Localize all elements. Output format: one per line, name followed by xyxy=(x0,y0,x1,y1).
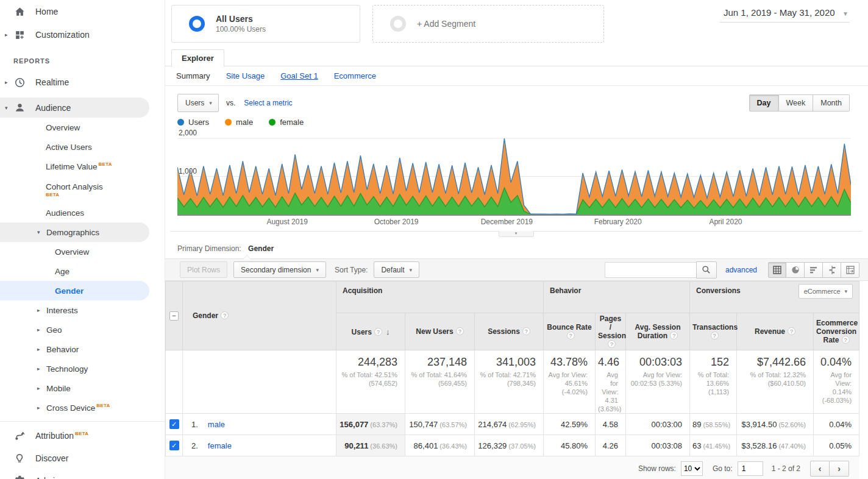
sidebar-item-active-users[interactable]: Active Users xyxy=(0,137,165,157)
secondary-dimension-dropdown[interactable]: Secondary dimension ▾ xyxy=(233,261,326,278)
expand-caret-icon[interactable]: ▸ xyxy=(5,79,12,85)
help-icon[interactable]: ? xyxy=(711,332,719,339)
search-icon xyxy=(702,265,711,274)
expand-caret-icon[interactable]: ▸ xyxy=(5,32,12,38)
subtab-ecommerce[interactable]: Ecommerce xyxy=(334,71,376,80)
primary-dimension-gender[interactable]: Gender xyxy=(248,244,274,253)
transactions-column-header[interactable]: Transactions? xyxy=(690,313,737,350)
table-row-male: ✓ 1.male 156,077(63.37%) 150,747(63.57%)… xyxy=(166,414,859,435)
new-users-column-header[interactable]: New Users? xyxy=(405,313,475,350)
pages-session-column-header[interactable]: Pages / Session? xyxy=(596,313,626,350)
view-table-button[interactable] xyxy=(768,262,786,278)
granularity-day-button[interactable]: Day xyxy=(749,94,779,112)
expand-caret-icon[interactable]: ▸ xyxy=(37,405,40,411)
goto-page-input[interactable] xyxy=(738,461,763,476)
segment-all-users[interactable]: All Users 100.00% Users xyxy=(171,5,360,43)
expand-caret-icon[interactable]: ▸ xyxy=(37,385,40,391)
advanced-link[interactable]: advanced xyxy=(725,266,757,274)
help-icon[interactable]: ? xyxy=(374,328,382,336)
sidebar-item-discover[interactable]: Discover xyxy=(0,447,165,469)
row-checkbox[interactable]: ✓ xyxy=(169,441,179,450)
sidebar-item-age[interactable]: Age xyxy=(0,261,165,281)
select-all-checkbox[interactable]: − xyxy=(169,311,179,321)
add-segment-button[interactable]: + Add Segment xyxy=(372,5,604,43)
totals-sessions: 341,003% of Total: 42.71% (798,345) xyxy=(475,350,544,414)
sidebar-item-admin[interactable]: Admin xyxy=(0,469,165,479)
help-icon[interactable]: ? xyxy=(456,327,464,335)
sidebar-item-lifetime-value[interactable]: Lifetime ValueBETA xyxy=(0,157,165,176)
conversions-group-header: Conversions eCommerce ▾ xyxy=(690,282,859,313)
gender-column-header[interactable]: Gender? xyxy=(183,282,336,350)
timeseries-chart[interactable]: 1,0002,000 August 2019October 2019Decemb… xyxy=(165,131,868,227)
sidebar-item-customization[interactable]: ▸ Customization xyxy=(0,23,165,46)
subtab-goal-set-1[interactable]: Goal Set 1 xyxy=(280,71,318,80)
collapse-caret-icon[interactable]: ▾ xyxy=(5,105,12,111)
granularity-week-button[interactable]: Week xyxy=(779,94,814,112)
help-icon[interactable]: ? xyxy=(788,327,795,335)
sidebar-item-demographics[interactable]: ▾ Demographics xyxy=(0,222,149,242)
subtab-site-usage[interactable]: Site Usage xyxy=(226,71,265,80)
help-icon[interactable]: ? xyxy=(567,332,575,339)
expand-caret-icon[interactable]: ▸ xyxy=(37,346,40,352)
granularity-month-button[interactable]: Month xyxy=(813,94,850,112)
row-checkbox[interactable]: ✓ xyxy=(169,419,179,429)
sidebar-item-mobile[interactable]: ▸ Mobile xyxy=(0,378,165,398)
sessions-column-header[interactable]: Sessions? xyxy=(475,313,544,350)
view-performance-button[interactable] xyxy=(805,262,823,278)
beta-badge: BETA xyxy=(75,431,88,436)
sidebar-item-audience-overview[interactable]: Overview xyxy=(0,118,165,137)
add-segment-label: + Add Segment xyxy=(417,19,475,29)
sidebar-item-technology[interactable]: ▸ Technology xyxy=(0,359,165,378)
tab-explorer[interactable]: Explorer xyxy=(171,49,224,67)
chart-collapse-handle[interactable]: ▾ xyxy=(499,231,534,237)
conversions-type-dropdown[interactable]: eCommerce ▾ xyxy=(799,284,853,299)
expand-caret-icon[interactable]: ▸ xyxy=(37,327,40,333)
subtab-summary[interactable]: Summary xyxy=(176,71,210,80)
show-rows-select[interactable]: 10 xyxy=(681,461,703,476)
metric-select-dropdown[interactable]: Users ▾ xyxy=(177,94,219,112)
help-icon[interactable]: ? xyxy=(842,336,850,344)
sort-type-label: Sort Type: xyxy=(335,266,368,274)
sidebar-item-cross-device[interactable]: ▸ Cross DeviceBETA xyxy=(0,398,165,417)
customization-icon xyxy=(13,29,26,41)
expand-caret-icon[interactable]: ▸ xyxy=(37,307,40,313)
users-column-header[interactable]: Users?↓ xyxy=(336,313,405,350)
plot-rows-button[interactable]: Plot Rows xyxy=(180,261,227,278)
sidebar-item-behavior[interactable]: ▸ Behavior xyxy=(0,339,165,359)
bounce-rate-column-header[interactable]: Bounce Rate? xyxy=(544,313,596,350)
sidebar-item-demographics-overview[interactable]: Overview xyxy=(0,242,165,261)
view-comparison-button[interactable] xyxy=(823,262,841,278)
view-percentage-button[interactable] xyxy=(786,262,805,278)
sidebar-item-audience[interactable]: ▾ Audience xyxy=(0,98,149,118)
view-pivot-button[interactable] xyxy=(841,262,859,278)
date-range-picker[interactable]: Jun 1, 2019 - May 31, 2020 ▼ xyxy=(720,7,850,23)
search-input[interactable] xyxy=(605,262,696,278)
sidebar-item-realtime[interactable]: ▸ Realtime xyxy=(0,71,165,94)
next-page-button[interactable]: › xyxy=(830,461,849,477)
sidebar-item-gender[interactable]: Gender xyxy=(0,281,149,300)
previous-page-button[interactable]: ‹ xyxy=(810,461,830,477)
sidebar-item-home[interactable]: Home xyxy=(0,0,165,23)
ecommerce-conversion-rate-column-header[interactable]: Ecommerce Conversion Rate? xyxy=(814,313,859,350)
help-icon[interactable]: ? xyxy=(608,340,616,348)
sidebar-item-label: Realtime xyxy=(35,77,69,87)
legend-male: male xyxy=(225,118,253,127)
collapse-caret-icon[interactable]: ▾ xyxy=(37,229,40,235)
revenue-column-header[interactable]: Revenue? xyxy=(737,313,814,350)
sidebar-item-attribution[interactable]: AttributionBETA xyxy=(0,424,165,447)
help-icon[interactable]: ? xyxy=(670,332,678,339)
sort-type-dropdown[interactable]: Default ▾ xyxy=(374,261,419,278)
help-icon[interactable]: ? xyxy=(221,311,229,319)
select-a-metric-link[interactable]: Select a metric xyxy=(244,99,292,107)
sidebar-item-interests[interactable]: ▸ Interests xyxy=(0,300,165,320)
sidebar-item-cohort-analysis[interactable]: Cohort Analysis BETA xyxy=(0,176,165,203)
gender-value-link[interactable]: male xyxy=(208,420,225,429)
avg-session-duration-column-header[interactable]: Avg. Session Duration? xyxy=(626,313,690,350)
sidebar-item-geo[interactable]: ▸ Geo xyxy=(0,320,165,339)
help-icon[interactable]: ? xyxy=(522,327,530,335)
sidebar-item-audiences[interactable]: Audiences xyxy=(0,203,165,222)
gender-value-link[interactable]: female xyxy=(208,441,232,450)
granularity-toggle: Day Week Month xyxy=(749,94,850,112)
search-button[interactable] xyxy=(696,261,717,279)
expand-caret-icon[interactable]: ▸ xyxy=(37,366,40,372)
